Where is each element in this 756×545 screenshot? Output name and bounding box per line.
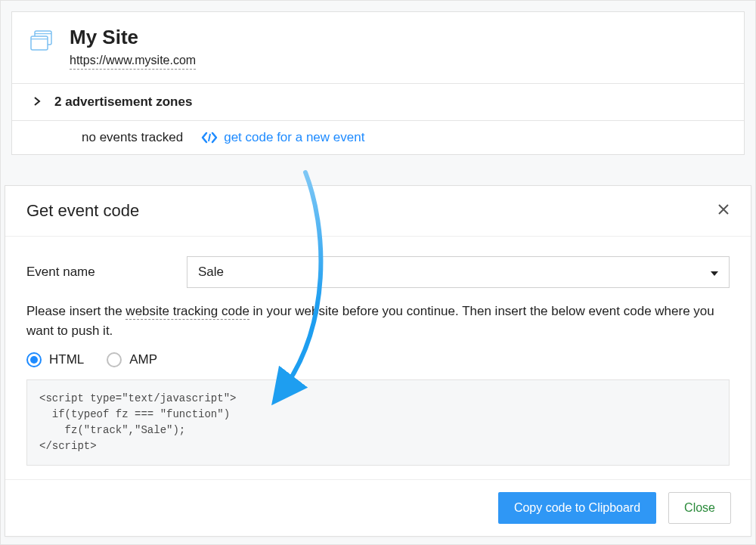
- modal-body: Event name Sale Please insert the websit…: [5, 237, 751, 479]
- radio-checked-icon: [26, 352, 42, 367]
- code-brackets-icon: [201, 132, 218, 144]
- svg-rect-1: [35, 33, 51, 34]
- close-icon[interactable]: [717, 203, 730, 218]
- events-label: no events tracked: [82, 130, 183, 145]
- zones-row[interactable]: 2 advertisement zones: [12, 83, 744, 120]
- close-button[interactable]: Close: [668, 492, 731, 524]
- modal-footer: Copy code to Clipboard Close: [5, 479, 751, 536]
- radio-unchecked-icon: [107, 352, 122, 367]
- tracking-code-link[interactable]: website tracking code: [125, 304, 249, 320]
- event-name-field: Event name Sale: [26, 256, 730, 288]
- events-row: no events tracked get code for a new eve…: [12, 120, 744, 154]
- event-name-select[interactable]: Sale: [187, 256, 730, 288]
- site-url-link[interactable]: https://www.mysite.com: [70, 54, 196, 70]
- modal-title: Get event code: [26, 201, 139, 221]
- code-snippet[interactable]: <script type="text/javascript"> if(typeo…: [26, 379, 730, 466]
- site-icon: [30, 30, 56, 51]
- svg-rect-2: [31, 36, 48, 50]
- zones-label: 2 advertisement zones: [54, 94, 192, 110]
- event-code-modal: Get event code Event name Sale Please in…: [5, 185, 751, 537]
- site-card: My Site https://www.mysite.com 2 adverti…: [11, 11, 745, 155]
- get-code-link-text: get code for a new event: [224, 130, 364, 145]
- radio-amp[interactable]: AMP: [107, 352, 157, 367]
- modal-header: Get event code: [5, 186, 751, 237]
- site-header: My Site https://www.mysite.com: [12, 12, 744, 83]
- radio-html-label: HTML: [49, 352, 84, 367]
- site-title[interactable]: My Site: [70, 26, 196, 49]
- radio-html[interactable]: HTML: [26, 352, 84, 367]
- event-name-label: Event name: [26, 265, 187, 280]
- chevron-right-icon: [33, 95, 41, 109]
- event-name-value: Sale: [198, 265, 224, 280]
- radio-amp-label: AMP: [129, 352, 157, 367]
- svg-rect-4: [208, 134, 211, 141]
- format-radios: HTML AMP: [26, 352, 730, 367]
- instruction-text: Please insert the website tracking code …: [26, 302, 730, 340]
- svg-rect-3: [31, 39, 48, 39]
- caret-down-icon: [711, 265, 718, 280]
- copy-button[interactable]: Copy code to Clipboard: [498, 492, 656, 524]
- get-code-link[interactable]: get code for a new event: [201, 130, 364, 145]
